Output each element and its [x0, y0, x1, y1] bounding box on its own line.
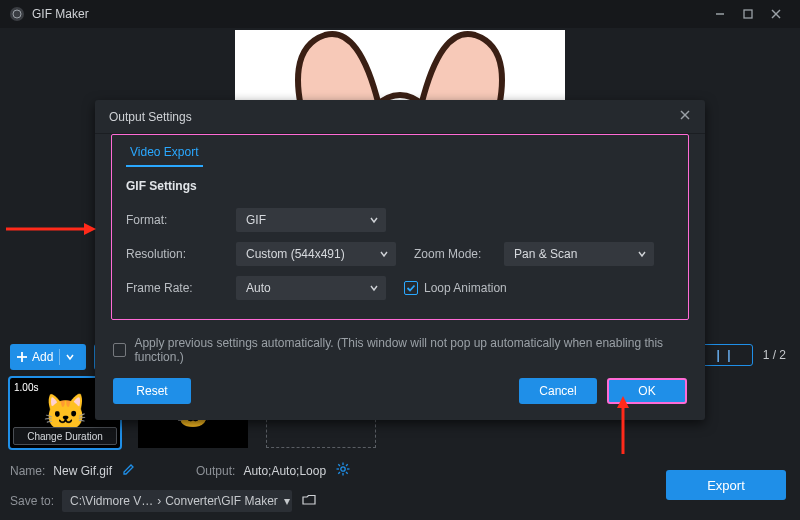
modal-overlay: Output Settings Video Export GIF Setting…	[0, 0, 800, 520]
resolution-label: Resolution:	[126, 247, 236, 261]
dialog-title: Output Settings	[109, 110, 192, 124]
output-settings-dialog: Output Settings Video Export GIF Setting…	[95, 100, 705, 420]
tab-video-export[interactable]: Video Export	[126, 139, 203, 167]
svg-marker-21	[84, 223, 96, 235]
annotation-arrow-left	[6, 222, 96, 236]
zoom-mode-select[interactable]: Pan & Scan	[504, 242, 654, 266]
dialog-footer: Reset Cancel OK	[111, 378, 689, 406]
chevron-down-icon	[370, 281, 378, 295]
checkbox-icon	[113, 343, 126, 357]
framerate-label: Frame Rate:	[126, 281, 236, 295]
chevron-down-icon	[370, 213, 378, 227]
reset-button[interactable]: Reset	[113, 378, 191, 404]
chevron-down-icon	[638, 247, 646, 261]
dialog-header: Output Settings	[95, 100, 705, 134]
autoapply-label: Apply previous settings automatically. (…	[134, 336, 687, 364]
framerate-select[interactable]: Auto	[236, 276, 386, 300]
loop-animation-checkbox[interactable]: Loop Animation	[404, 281, 507, 295]
annotated-settings-region: Video Export GIF Settings Format: GIF Re…	[111, 134, 689, 320]
annotation-arrow-ok	[616, 396, 630, 454]
checkbox-icon	[404, 281, 418, 295]
format-select[interactable]: GIF	[236, 208, 386, 232]
dialog-close-button[interactable]	[679, 109, 691, 124]
format-label: Format:	[126, 213, 236, 227]
zoom-label: Zoom Mode:	[414, 247, 504, 261]
autoapply-checkbox[interactable]: Apply previous settings automatically. (…	[113, 336, 687, 364]
chevron-down-icon	[380, 247, 388, 261]
cancel-button[interactable]: Cancel	[519, 378, 597, 404]
resolution-select[interactable]: Custom (544x491)	[236, 242, 396, 266]
loop-label: Loop Animation	[424, 281, 507, 295]
svg-marker-23	[617, 396, 629, 408]
gif-settings-heading: GIF Settings	[126, 179, 674, 193]
